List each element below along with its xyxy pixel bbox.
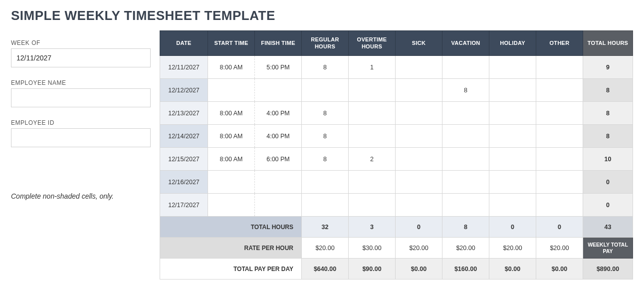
cell-other[interactable] — [536, 102, 583, 125]
instruction-note: Complete non-shaded cells, only. — [11, 192, 151, 200]
cell-finish[interactable]: 6:00 PM — [255, 148, 302, 171]
cell-total: 10 — [583, 148, 633, 171]
cell-holiday[interactable] — [489, 194, 536, 217]
cell-sick[interactable] — [396, 171, 442, 194]
header-overtime: OVERTIME HOURS — [349, 31, 396, 56]
cell-holiday[interactable] — [489, 56, 536, 79]
cell-date: 12/14/2027 — [160, 125, 208, 148]
cell-other[interactable] — [536, 79, 583, 102]
cell-other[interactable] — [536, 194, 583, 217]
table-row: 12/17/20270 — [160, 194, 633, 217]
cell-sick[interactable] — [396, 194, 442, 217]
rate-sick[interactable]: $20.00 — [396, 238, 442, 259]
rate-label: RATE PER HOUR — [160, 238, 302, 259]
rate-overtime[interactable]: $30.00 — [349, 238, 396, 259]
cell-regular[interactable] — [302, 194, 349, 217]
header-total: TOTAL HOURS — [583, 31, 633, 56]
cell-start[interactable]: 8:00 AM — [208, 148, 255, 171]
header-sick: SICK — [396, 31, 442, 56]
cell-holiday[interactable] — [489, 125, 536, 148]
cell-finish[interactable] — [255, 171, 302, 194]
cell-total: 8 — [583, 125, 633, 148]
weekly-total-pay-label: WEEKLY TOTAL PAY — [583, 238, 633, 259]
cell-overtime[interactable]: 1 — [349, 56, 396, 79]
cell-vacation[interactable] — [442, 102, 489, 125]
table-row: 12/12/202788 — [160, 79, 633, 102]
cell-holiday[interactable] — [489, 171, 536, 194]
cell-regular[interactable]: 8 — [302, 148, 349, 171]
cell-sick[interactable] — [396, 79, 442, 102]
total-hours-grand: 43 — [583, 217, 633, 238]
cell-sick[interactable] — [396, 102, 442, 125]
total-hours-label: TOTAL HOURS — [160, 217, 302, 238]
total-pay-overtime: $90.00 — [349, 259, 396, 280]
header-vacation: VACATION — [442, 31, 489, 56]
cell-start[interactable] — [208, 194, 255, 217]
employee-id-input[interactable] — [11, 128, 151, 147]
cell-overtime[interactable] — [349, 171, 396, 194]
cell-start[interactable]: 8:00 AM — [208, 102, 255, 125]
total-hours-vacation: 8 — [442, 217, 489, 238]
cell-start[interactable] — [208, 79, 255, 102]
cell-overtime[interactable] — [349, 194, 396, 217]
header-date: DATE — [160, 31, 208, 56]
cell-overtime[interactable] — [349, 125, 396, 148]
cell-vacation[interactable] — [442, 56, 489, 79]
rate-vacation[interactable]: $20.00 — [442, 238, 489, 259]
cell-holiday[interactable] — [489, 79, 536, 102]
week-of-input[interactable] — [11, 48, 151, 67]
employee-name-input[interactable] — [11, 88, 151, 107]
cell-finish[interactable]: 4:00 PM — [255, 125, 302, 148]
cell-holiday[interactable] — [489, 148, 536, 171]
cell-start[interactable] — [208, 171, 255, 194]
total-hours-other: 0 — [536, 217, 583, 238]
cell-regular[interactable]: 8 — [302, 56, 349, 79]
rate-holiday[interactable]: $20.00 — [489, 238, 536, 259]
total-pay-sick: $0.00 — [396, 259, 442, 280]
rate-regular[interactable]: $20.00 — [302, 238, 349, 259]
cell-vacation[interactable] — [442, 194, 489, 217]
cell-other[interactable] — [536, 148, 583, 171]
cell-sick[interactable] — [396, 125, 442, 148]
total-pay-row: TOTAL PAY PER DAY $640.00 $90.00 $0.00 $… — [160, 259, 633, 280]
cell-total: 8 — [583, 102, 633, 125]
cell-finish[interactable] — [255, 194, 302, 217]
cell-other[interactable] — [536, 56, 583, 79]
table-row: 12/15/20278:00 AM6:00 PM8210 — [160, 148, 633, 171]
cell-sick[interactable] — [396, 148, 442, 171]
cell-vacation[interactable] — [442, 148, 489, 171]
table-row: 12/16/20270 — [160, 171, 633, 194]
cell-overtime[interactable] — [349, 79, 396, 102]
total-pay-label: TOTAL PAY PER DAY — [160, 259, 302, 280]
cell-regular[interactable]: 8 — [302, 125, 349, 148]
cell-finish[interactable]: 4:00 PM — [255, 102, 302, 125]
header-start: START TIME — [208, 31, 255, 56]
cell-other[interactable] — [536, 171, 583, 194]
rate-other[interactable]: $20.00 — [536, 238, 583, 259]
cell-vacation[interactable]: 8 — [442, 79, 489, 102]
cell-sick[interactable] — [396, 56, 442, 79]
cell-overtime[interactable]: 2 — [349, 148, 396, 171]
cell-regular[interactable]: 8 — [302, 102, 349, 125]
cell-regular[interactable] — [302, 171, 349, 194]
total-hours-sick: 0 — [396, 217, 442, 238]
cell-total: 0 — [583, 171, 633, 194]
total-pay-holiday: $0.00 — [489, 259, 536, 280]
cell-start[interactable]: 8:00 AM — [208, 56, 255, 79]
table-row: 12/13/20278:00 AM4:00 PM88 — [160, 102, 633, 125]
timesheet-table-container: DATE START TIME FINISH TIME REGULAR HOUR… — [160, 30, 633, 280]
total-pay-grand: $890.00 — [583, 259, 633, 280]
cell-date: 12/12/2027 — [160, 79, 208, 102]
sidebar: WEEK OF EMPLOYEE NAME EMPLOYEE ID Comple… — [11, 30, 151, 200]
cell-vacation[interactable] — [442, 171, 489, 194]
cell-other[interactable] — [536, 125, 583, 148]
cell-start[interactable]: 8:00 AM — [208, 125, 255, 148]
header-row: DATE START TIME FINISH TIME REGULAR HOUR… — [160, 31, 633, 56]
cell-vacation[interactable] — [442, 125, 489, 148]
cell-holiday[interactable] — [489, 102, 536, 125]
cell-finish[interactable] — [255, 79, 302, 102]
cell-finish[interactable]: 5:00 PM — [255, 56, 302, 79]
week-of-label: WEEK OF — [11, 39, 151, 46]
cell-overtime[interactable] — [349, 102, 396, 125]
cell-regular[interactable] — [302, 79, 349, 102]
